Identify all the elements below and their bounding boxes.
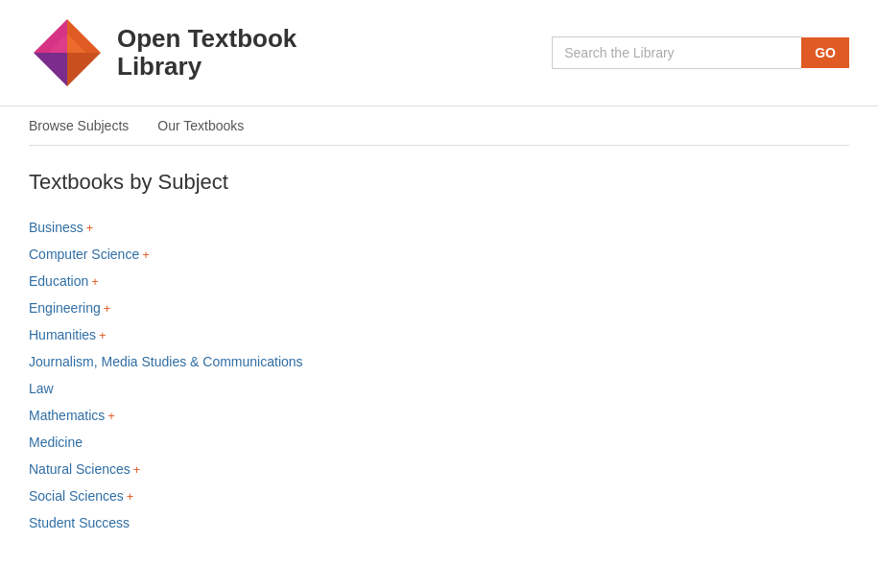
search-button[interactable]: GO bbox=[801, 37, 849, 68]
subject-link[interactable]: Student Success bbox=[29, 515, 130, 530]
logo-area: Open Textbook Library bbox=[29, 14, 297, 91]
nav-our-textbooks[interactable]: Our Textbooks bbox=[157, 106, 244, 145]
nav-browse-subjects[interactable]: Browse Subjects bbox=[29, 106, 129, 145]
subject-link[interactable]: Natural Sciences bbox=[29, 461, 131, 477]
logo-text-line2: Library bbox=[117, 53, 297, 81]
list-item: Natural Sciences+ bbox=[29, 456, 849, 482]
logo-text-line1: Open Textbook bbox=[117, 25, 297, 53]
site-logo[interactable] bbox=[29, 14, 106, 91]
subject-link[interactable]: Humanities bbox=[29, 327, 96, 342]
subject-link[interactable]: Medicine bbox=[29, 435, 83, 450]
list-item: Humanities+ bbox=[29, 321, 849, 348]
logo-text: Open Textbook Library bbox=[117, 25, 297, 80]
list-item: Engineering+ bbox=[29, 294, 849, 321]
subject-link[interactable]: Business bbox=[29, 220, 83, 235]
expand-icon[interactable]: + bbox=[104, 301, 111, 316]
list-item: Journalism, Media Studies & Communicatio… bbox=[29, 348, 849, 375]
list-item: Student Success bbox=[29, 509, 849, 536]
list-item: Law bbox=[29, 375, 849, 402]
main-content: Textbooks by Subject Business+Computer S… bbox=[0, 146, 878, 560]
subject-link[interactable]: Education bbox=[29, 273, 88, 289]
page-title: Textbooks by Subject bbox=[29, 170, 849, 195]
expand-icon[interactable]: + bbox=[142, 247, 150, 262]
subject-link[interactable]: Social Sciences bbox=[29, 488, 124, 504]
expand-icon[interactable]: + bbox=[107, 409, 115, 423]
subject-list: Business+Computer Science+Education+Engi… bbox=[29, 214, 849, 536]
expand-icon[interactable]: + bbox=[86, 221, 94, 235]
site-header: Open Textbook Library GO bbox=[0, 0, 878, 106]
nav-bar: Browse Subjects Our Textbooks bbox=[0, 106, 878, 145]
expand-icon[interactable]: + bbox=[127, 489, 134, 504]
svg-marker-1 bbox=[67, 53, 101, 86]
list-item: Computer Science+ bbox=[29, 241, 849, 268]
list-item: Mathematics+ bbox=[29, 402, 849, 429]
list-item: Education+ bbox=[29, 268, 849, 294]
subject-link[interactable]: Law bbox=[29, 381, 54, 396]
search-input[interactable] bbox=[552, 36, 801, 69]
subject-link[interactable]: Engineering bbox=[29, 300, 101, 316]
svg-marker-3 bbox=[34, 53, 67, 86]
subject-link[interactable]: Computer Science bbox=[29, 247, 139, 262]
search-area: GO bbox=[552, 36, 849, 69]
list-item: Social Sciences+ bbox=[29, 482, 849, 509]
subject-link[interactable]: Journalism, Media Studies & Communicatio… bbox=[29, 354, 303, 369]
expand-icon[interactable]: + bbox=[91, 274, 99, 289]
expand-icon[interactable]: + bbox=[99, 328, 107, 342]
expand-icon[interactable]: + bbox=[133, 462, 141, 477]
list-item: Medicine bbox=[29, 429, 849, 456]
list-item: Business+ bbox=[29, 214, 849, 241]
subject-link[interactable]: Mathematics bbox=[29, 408, 105, 423]
